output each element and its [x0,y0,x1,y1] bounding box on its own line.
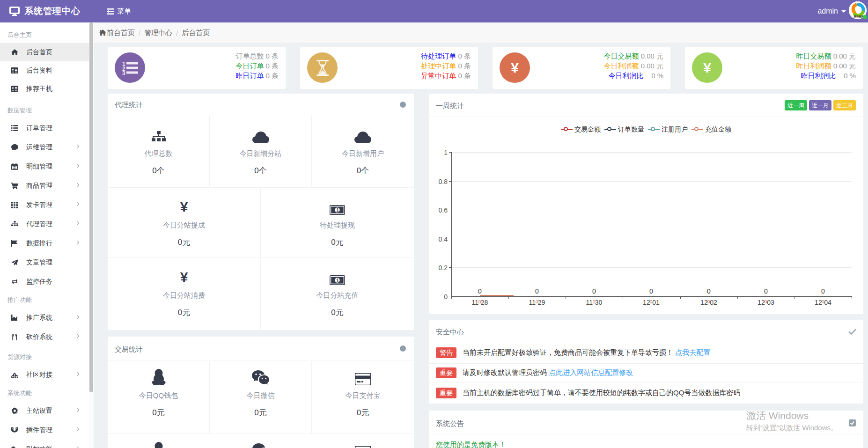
svg-text:1: 1 [336,278,339,283]
svg-text:1: 1 [336,207,339,213]
svg-text:3: 3 [122,70,125,75]
